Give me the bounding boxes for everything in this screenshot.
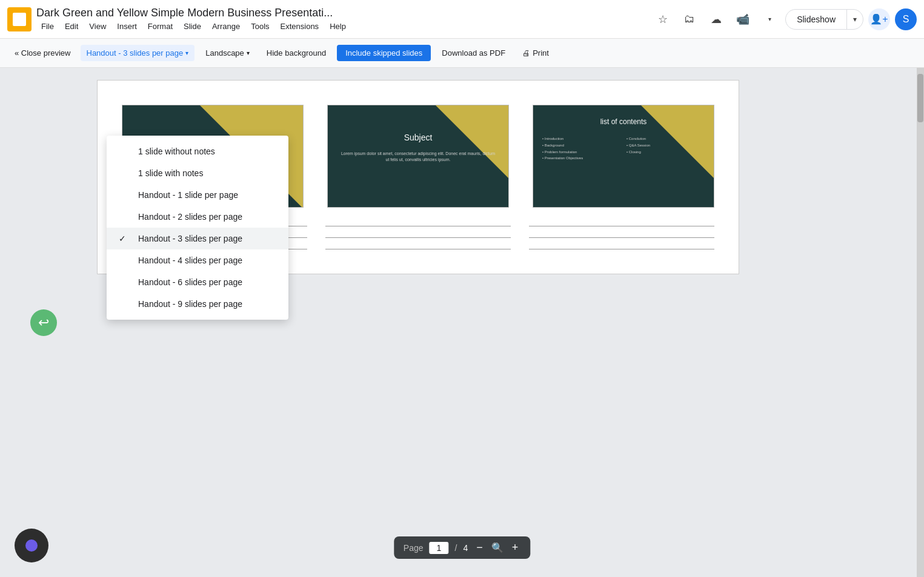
dropdown-item-label: Handout - 3 slides per page — [138, 234, 276, 243]
note-line — [529, 237, 714, 238]
handout-dropdown-menu: 1 slide without notes 1 slide with notes… — [107, 136, 288, 320]
dropdown-item-label: Handout - 1 slide per page — [138, 190, 276, 200]
page-total: 4 — [463, 543, 468, 553]
app-icon-inner — [13, 13, 26, 26]
cloud-icon[interactable]: ☁ — [705, 8, 727, 30]
title-area: Dark Green and Yellow Simple Modern Busi… — [36, 7, 647, 32]
slide-2-body: Lorem ipsum dolor sit amet, consectetur … — [340, 151, 496, 163]
add-person-icon[interactable]: 👤+ — [868, 8, 890, 30]
landscape-button[interactable]: Landscape ▾ — [199, 45, 256, 61]
handout-dropdown-label: Handout - 3 slides per page — [87, 48, 184, 58]
slide-3-title: list of contents — [533, 117, 714, 126]
dropdown-item-label: 1 slide with notes — [138, 168, 276, 178]
include-skipped-label: Include skipped slides — [345, 48, 422, 58]
hide-background-button[interactable]: Hide background — [261, 45, 332, 61]
slide-3-col1: • Introduction • Background • Problem fo… — [542, 136, 620, 162]
note-line — [325, 237, 511, 238]
slide-thumb-2: Subject Lorem ipsum dolor sit amet, cons… — [327, 105, 509, 208]
print-icon: 🖨 — [522, 48, 530, 58]
recording-dot-icon — [25, 539, 38, 552]
note-line — [325, 226, 511, 226]
dropdown-item-handout-9[interactable]: Handout - 9 slides per page — [107, 293, 288, 315]
menu-tools[interactable]: Tools — [246, 21, 274, 32]
note-line — [325, 249, 511, 249]
page-label: Page — [404, 543, 424, 553]
dropdown-item-1-without-notes[interactable]: 1 slide without notes — [107, 140, 288, 162]
handout-chevron-icon: ▾ — [185, 50, 188, 56]
print-button[interactable]: 🖨 Print — [516, 45, 555, 61]
dropdown-item-label: Handout - 4 slides per page — [138, 256, 276, 265]
zoom-out-button[interactable]: − — [474, 541, 485, 554]
dropdown-item-label: Handout - 2 slides per page — [138, 212, 276, 222]
menu-bar: File Edit View Insert Format Slide Arran… — [36, 21, 647, 32]
page-separator: / — [454, 543, 457, 553]
top-bar: Dark Green and Yellow Simple Modern Busi… — [0, 0, 924, 39]
landscape-label: Landscape — [205, 48, 244, 58]
page-number-input[interactable] — [429, 542, 448, 554]
contents-item-2: • Background — [542, 142, 620, 149]
slideshow-button[interactable]: Slideshow ▾ — [785, 9, 863, 30]
dropdown-item-handout-4[interactable]: Handout - 4 slides per page — [107, 249, 288, 271]
slideshow-arrow-icon[interactable]: ▾ — [847, 10, 863, 28]
contents-item-5: • Conclution — [627, 136, 705, 142]
video-dropdown-icon[interactable]: ▾ — [759, 8, 780, 30]
download-pdf-label: Download as PDF — [442, 48, 505, 58]
dropdown-item-handout-1[interactable]: Handout - 1 slide per page — [107, 184, 288, 206]
preview-bar: « Close preview Handout - 3 slides per p… — [0, 39, 924, 68]
note-line — [529, 226, 714, 226]
video-icon[interactable]: 📹 — [732, 8, 754, 30]
page-controls: Page / 4 − 🔍 + — [394, 536, 530, 559]
scrollbar[interactable] — [917, 68, 924, 577]
dropdown-item-label: 1 slide without notes — [138, 147, 276, 156]
slide-3-body: • Introduction • Background • Problem fo… — [542, 136, 705, 162]
dropdown-item-handout-2[interactable]: Handout - 2 slides per page — [107, 206, 288, 228]
recording-button[interactable] — [15, 529, 48, 562]
note-line — [529, 249, 714, 249]
contents-item-7: • Closing — [627, 149, 705, 156]
menu-extensions[interactable]: Extensions — [276, 21, 324, 32]
print-label: Print — [533, 48, 549, 58]
menu-insert[interactable]: Insert — [112, 21, 142, 32]
menu-format[interactable]: Format — [143, 21, 178, 32]
dropdown-item-handout-3[interactable]: ✓ Handout - 3 slides per page — [107, 228, 288, 249]
landscape-chevron-icon: ▾ — [247, 50, 250, 56]
nav-arrow-left-button[interactable]: ↩ — [30, 309, 57, 336]
zoom-in-button[interactable]: + — [510, 541, 521, 554]
dropdown-item-label: Handout - 9 slides per page — [138, 299, 276, 309]
dropdown-item-handout-6[interactable]: Handout - 6 slides per page — [107, 271, 288, 293]
close-preview-button[interactable]: « Close preview — [10, 46, 76, 60]
slide-2-title: Subject — [328, 133, 508, 142]
contents-item-6: • Q&A Session — [627, 142, 705, 149]
slide-thumb-3: list of contents • Introduction • Backgr… — [533, 105, 714, 208]
menu-edit[interactable]: Edit — [60, 21, 83, 32]
user-avatar[interactable]: S — [895, 8, 917, 30]
app-icon — [7, 7, 32, 31]
menu-help[interactable]: Help — [325, 21, 351, 32]
contents-item-1: • Introduction — [542, 136, 620, 142]
slideshow-label[interactable]: Slideshow — [786, 10, 847, 29]
scrollbar-thumb[interactable] — [917, 74, 923, 122]
hide-background-label: Hide background — [267, 48, 326, 58]
doc-title: Dark Green and Yellow Simple Modern Busi… — [36, 7, 400, 19]
checkmark-icon-5: ✓ — [119, 234, 128, 243]
menu-view[interactable]: View — [84, 21, 111, 32]
menu-slide[interactable]: Slide — [179, 21, 206, 32]
close-preview-label: « Close preview — [15, 48, 71, 58]
star-icon[interactable]: ☆ — [652, 8, 674, 30]
menu-arrange[interactable]: Arrange — [207, 21, 245, 32]
main-area: ↩ Subject Lorem ipsum dolor sit amet, co… — [0, 68, 924, 577]
folder-icon[interactable]: 🗂 — [679, 8, 700, 30]
dropdown-item-1-with-notes[interactable]: 1 slide with notes — [107, 162, 288, 184]
dropdown-item-label: Handout - 6 slides per page — [138, 277, 276, 287]
contents-item-4: • Presentation Objectives — [542, 155, 620, 162]
slide-3-col2: • Conclution • Q&A Session • Closing — [627, 136, 705, 162]
notes-col-2 — [325, 226, 511, 249]
handout-dropdown-button[interactable]: Handout - 3 slides per page ▾ — [81, 45, 195, 61]
notes-col-3 — [529, 226, 714, 249]
include-skipped-button[interactable]: Include skipped slides — [337, 45, 431, 61]
zoom-icon[interactable]: 🔍 — [491, 542, 504, 553]
download-pdf-button[interactable]: Download as PDF — [436, 45, 511, 61]
contents-item-3: • Problem formulation — [542, 149, 620, 156]
menu-file[interactable]: File — [36, 21, 59, 32]
top-icons: ☆ 🗂 ☁ 📹 ▾ Slideshow ▾ 👤+ S — [652, 8, 917, 30]
